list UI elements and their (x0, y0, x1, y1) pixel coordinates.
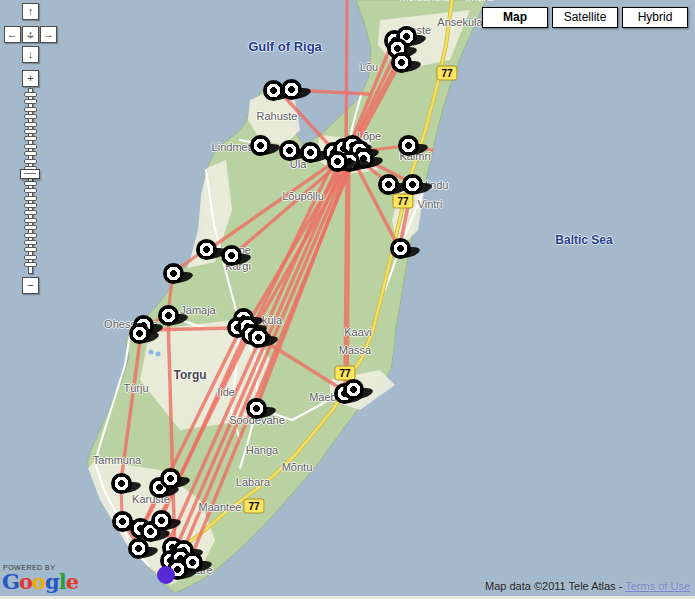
map-marker[interactable] (163, 263, 184, 284)
map-type-button-hybrid[interactable]: Hybrid (622, 7, 688, 28)
zoom-slider-handle[interactable] (20, 169, 40, 179)
map-marker[interactable] (300, 142, 321, 163)
zoom-tick (24, 196, 37, 201)
map-type-button-map[interactable]: Map (482, 7, 548, 28)
marker-icon (196, 239, 217, 260)
map-marker[interactable] (391, 52, 412, 73)
map-marker[interactable] (248, 327, 269, 348)
map-type-control: MapSatelliteHybrid (482, 7, 688, 28)
zoom-tick (24, 136, 37, 141)
zoom-tick (24, 247, 37, 252)
google-logo[interactable]: Google (2, 571, 78, 592)
connection-line (346, 0, 347, 156)
zoom-tick (24, 210, 37, 215)
pan-left-button[interactable]: ← (4, 26, 21, 43)
map-marker[interactable] (221, 245, 242, 266)
map-marker[interactable] (390, 238, 411, 259)
map-marker[interactable] (378, 174, 399, 195)
zoom-tick (24, 188, 37, 193)
pan-center-button[interactable]: ↔ ↕ (22, 26, 39, 43)
google-logo-letter: l (59, 569, 66, 594)
copyright-text: Map data ©2011 Tele Atlas - (485, 580, 625, 592)
terms-of-use-link[interactable]: Terms of Use (625, 580, 690, 592)
copyright-bar: Map data ©2011 Tele Atlas - Terms of Use (485, 580, 690, 592)
zoom-tick (24, 255, 37, 260)
connection-line (346, 168, 348, 387)
zoom-tick (24, 159, 37, 164)
zoom-tick (24, 99, 37, 104)
map-marker[interactable] (158, 305, 179, 326)
marker-icon (128, 538, 149, 559)
marker-icon (343, 379, 364, 400)
marker-icon (248, 327, 269, 348)
zoom-tick (24, 225, 37, 230)
marker-icon (398, 135, 419, 156)
map-marker[interactable] (151, 510, 172, 531)
map-marker[interactable] (196, 239, 217, 260)
zoom-tick (24, 181, 37, 186)
map-marker[interactable] (398, 135, 419, 156)
google-map-canvas[interactable]: Gulf of RigaBaltic SeaMõisakülaImaraEast… (0, 0, 695, 599)
marker-icon (129, 323, 150, 344)
zoom-in-button[interactable]: + (22, 70, 39, 87)
zoom-tick (24, 262, 37, 267)
marker-icon (250, 135, 271, 156)
zoom-tick (24, 233, 37, 238)
google-attribution: POWERED BY Google (2, 564, 78, 592)
current-location-dot[interactable] (157, 566, 175, 584)
zoom-tick (24, 203, 37, 208)
pan-center-v-icon: ↕ (23, 27, 38, 42)
marker-icon (160, 468, 181, 489)
map-marker[interactable] (250, 135, 271, 156)
google-logo-letter: o (32, 569, 45, 594)
pan-right-button[interactable]: → (40, 26, 57, 43)
map-base (0, 0, 695, 599)
map-marker[interactable] (402, 174, 423, 195)
zoom-tick (24, 144, 37, 149)
marker-icon (158, 305, 179, 326)
marker-icon (390, 238, 411, 259)
marker-icon (163, 263, 184, 284)
marker-icon (279, 140, 300, 161)
zoom-tick (24, 129, 37, 134)
zoom-tick (24, 107, 37, 112)
zoom-tick (24, 122, 37, 127)
pan-down-button[interactable]: ↓ (22, 46, 39, 63)
marker-icon (402, 174, 423, 195)
marker-icon (221, 245, 242, 266)
pan-up-button[interactable]: ↑ (22, 3, 39, 20)
marker-icon (378, 174, 399, 195)
zoom-tick (24, 218, 37, 223)
google-logo-letter: e (66, 569, 78, 594)
google-logo-letter: g (45, 569, 59, 594)
marker-icon (246, 398, 267, 419)
zoom-out-button[interactable]: − (22, 277, 39, 294)
marker-icon (151, 510, 172, 531)
map-marker[interactable] (111, 473, 132, 494)
google-logo-letter: G (2, 569, 19, 594)
marker-icon (111, 473, 132, 494)
zoom-tick (24, 92, 37, 97)
marker-icon (327, 151, 348, 172)
map-marker[interactable] (129, 323, 150, 344)
map-marker[interactable] (160, 468, 181, 489)
map-marker[interactable] (246, 398, 267, 419)
marker-icon (391, 52, 412, 73)
map-type-button-satellite[interactable]: Satellite (552, 7, 618, 28)
map-marker[interactable] (281, 79, 302, 100)
map-marker[interactable] (279, 140, 300, 161)
marker-icon (281, 79, 302, 100)
map-marker[interactable] (343, 379, 364, 400)
map-marker[interactable] (128, 538, 149, 559)
map-marker[interactable] (327, 151, 348, 172)
zoom-tick (24, 114, 37, 119)
marker-icon (300, 142, 321, 163)
zoom-tick (24, 240, 37, 245)
zoom-tick (24, 151, 37, 156)
google-logo-letter: o (19, 569, 32, 594)
